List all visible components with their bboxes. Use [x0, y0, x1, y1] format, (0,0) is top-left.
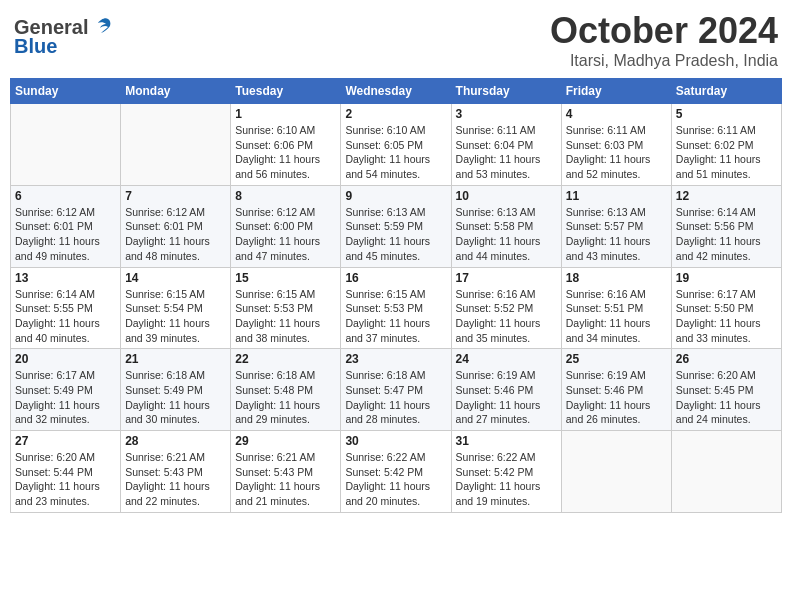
weekday-header-tuesday: Tuesday [231, 79, 341, 104]
daylight-text: Daylight: 11 hours and 35 minutes. [456, 316, 557, 345]
day-info: Sunrise: 6:20 AMSunset: 5:45 PMDaylight:… [676, 368, 777, 427]
sunrise-text: Sunrise: 6:19 AM [566, 368, 667, 383]
day-number: 28 [125, 434, 226, 448]
day-number: 23 [345, 352, 446, 366]
day-number: 15 [235, 271, 336, 285]
weekday-header-row: SundayMondayTuesdayWednesdayThursdayFrid… [11, 79, 782, 104]
calendar-cell: 18Sunrise: 6:16 AMSunset: 5:51 PMDayligh… [561, 267, 671, 349]
day-info: Sunrise: 6:22 AMSunset: 5:42 PMDaylight:… [456, 450, 557, 509]
sunrise-text: Sunrise: 6:13 AM [345, 205, 446, 220]
sunset-text: Sunset: 5:49 PM [15, 383, 116, 398]
day-number: 19 [676, 271, 777, 285]
sunset-text: Sunset: 5:44 PM [15, 465, 116, 480]
sunrise-text: Sunrise: 6:13 AM [456, 205, 557, 220]
sunrise-text: Sunrise: 6:17 AM [15, 368, 116, 383]
calendar-cell: 23Sunrise: 6:18 AMSunset: 5:47 PMDayligh… [341, 349, 451, 431]
calendar-cell: 6Sunrise: 6:12 AMSunset: 6:01 PMDaylight… [11, 185, 121, 267]
sunset-text: Sunset: 5:58 PM [456, 219, 557, 234]
day-number: 21 [125, 352, 226, 366]
day-info: Sunrise: 6:18 AMSunset: 5:47 PMDaylight:… [345, 368, 446, 427]
sunset-text: Sunset: 5:56 PM [676, 219, 777, 234]
sunrise-text: Sunrise: 6:13 AM [566, 205, 667, 220]
sunrise-text: Sunrise: 6:16 AM [456, 287, 557, 302]
calendar-cell: 9Sunrise: 6:13 AMSunset: 5:59 PMDaylight… [341, 185, 451, 267]
daylight-text: Daylight: 11 hours and 54 minutes. [345, 152, 446, 181]
sunset-text: Sunset: 5:43 PM [235, 465, 336, 480]
calendar-cell: 15Sunrise: 6:15 AMSunset: 5:53 PMDayligh… [231, 267, 341, 349]
daylight-text: Daylight: 11 hours and 24 minutes. [676, 398, 777, 427]
calendar-cell: 12Sunrise: 6:14 AMSunset: 5:56 PMDayligh… [671, 185, 781, 267]
daylight-text: Daylight: 11 hours and 29 minutes. [235, 398, 336, 427]
daylight-text: Daylight: 11 hours and 48 minutes. [125, 234, 226, 263]
day-info: Sunrise: 6:12 AMSunset: 6:01 PMDaylight:… [15, 205, 116, 264]
sunrise-text: Sunrise: 6:12 AM [235, 205, 336, 220]
sunrise-text: Sunrise: 6:18 AM [235, 368, 336, 383]
sunset-text: Sunset: 6:05 PM [345, 138, 446, 153]
day-number: 22 [235, 352, 336, 366]
day-number: 10 [456, 189, 557, 203]
weekday-header-sunday: Sunday [11, 79, 121, 104]
day-number: 17 [456, 271, 557, 285]
day-info: Sunrise: 6:16 AMSunset: 5:51 PMDaylight:… [566, 287, 667, 346]
daylight-text: Daylight: 11 hours and 32 minutes. [15, 398, 116, 427]
daylight-text: Daylight: 11 hours and 51 minutes. [676, 152, 777, 181]
sunset-text: Sunset: 5:42 PM [456, 465, 557, 480]
daylight-text: Daylight: 11 hours and 45 minutes. [345, 234, 446, 263]
logo-bird-icon [90, 15, 112, 37]
daylight-text: Daylight: 11 hours and 27 minutes. [456, 398, 557, 427]
calendar-cell [561, 431, 671, 513]
sunset-text: Sunset: 5:51 PM [566, 301, 667, 316]
sunset-text: Sunset: 6:03 PM [566, 138, 667, 153]
daylight-text: Daylight: 11 hours and 33 minutes. [676, 316, 777, 345]
day-info: Sunrise: 6:17 AMSunset: 5:49 PMDaylight:… [15, 368, 116, 427]
sunrise-text: Sunrise: 6:11 AM [676, 123, 777, 138]
sunrise-text: Sunrise: 6:19 AM [456, 368, 557, 383]
sunrise-text: Sunrise: 6:17 AM [676, 287, 777, 302]
daylight-text: Daylight: 11 hours and 42 minutes. [676, 234, 777, 263]
sunrise-text: Sunrise: 6:20 AM [676, 368, 777, 383]
calendar-cell: 4Sunrise: 6:11 AMSunset: 6:03 PMDaylight… [561, 104, 671, 186]
calendar-cell: 22Sunrise: 6:18 AMSunset: 5:48 PMDayligh… [231, 349, 341, 431]
day-number: 24 [456, 352, 557, 366]
day-number: 29 [235, 434, 336, 448]
sunrise-text: Sunrise: 6:15 AM [235, 287, 336, 302]
calendar-week-4: 20Sunrise: 6:17 AMSunset: 5:49 PMDayligh… [11, 349, 782, 431]
sunrise-text: Sunrise: 6:11 AM [566, 123, 667, 138]
daylight-text: Daylight: 11 hours and 53 minutes. [456, 152, 557, 181]
day-info: Sunrise: 6:10 AMSunset: 6:06 PMDaylight:… [235, 123, 336, 182]
day-number: 12 [676, 189, 777, 203]
sunrise-text: Sunrise: 6:18 AM [125, 368, 226, 383]
sunset-text: Sunset: 6:04 PM [456, 138, 557, 153]
calendar-cell: 3Sunrise: 6:11 AMSunset: 6:04 PMDaylight… [451, 104, 561, 186]
day-number: 16 [345, 271, 446, 285]
sunset-text: Sunset: 5:54 PM [125, 301, 226, 316]
day-number: 9 [345, 189, 446, 203]
daylight-text: Daylight: 11 hours and 56 minutes. [235, 152, 336, 181]
calendar-cell: 8Sunrise: 6:12 AMSunset: 6:00 PMDaylight… [231, 185, 341, 267]
daylight-text: Daylight: 11 hours and 23 minutes. [15, 479, 116, 508]
calendar-cell: 21Sunrise: 6:18 AMSunset: 5:49 PMDayligh… [121, 349, 231, 431]
day-info: Sunrise: 6:20 AMSunset: 5:44 PMDaylight:… [15, 450, 116, 509]
sunrise-text: Sunrise: 6:14 AM [15, 287, 116, 302]
sunset-text: Sunset: 5:47 PM [345, 383, 446, 398]
calendar-cell: 29Sunrise: 6:21 AMSunset: 5:43 PMDayligh… [231, 431, 341, 513]
sunset-text: Sunset: 5:57 PM [566, 219, 667, 234]
daylight-text: Daylight: 11 hours and 49 minutes. [15, 234, 116, 263]
calendar-cell: 19Sunrise: 6:17 AMSunset: 5:50 PMDayligh… [671, 267, 781, 349]
day-number: 5 [676, 107, 777, 121]
day-info: Sunrise: 6:13 AMSunset: 5:58 PMDaylight:… [456, 205, 557, 264]
day-number: 25 [566, 352, 667, 366]
sunset-text: Sunset: 5:45 PM [676, 383, 777, 398]
day-number: 13 [15, 271, 116, 285]
sunset-text: Sunset: 5:46 PM [566, 383, 667, 398]
location-title: Itarsi, Madhya Pradesh, India [550, 52, 778, 70]
calendar-cell: 26Sunrise: 6:20 AMSunset: 5:45 PMDayligh… [671, 349, 781, 431]
day-info: Sunrise: 6:16 AMSunset: 5:52 PMDaylight:… [456, 287, 557, 346]
daylight-text: Daylight: 11 hours and 30 minutes. [125, 398, 226, 427]
calendar-cell: 2Sunrise: 6:10 AMSunset: 6:05 PMDaylight… [341, 104, 451, 186]
sunrise-text: Sunrise: 6:21 AM [235, 450, 336, 465]
sunrise-text: Sunrise: 6:22 AM [345, 450, 446, 465]
sunset-text: Sunset: 5:52 PM [456, 301, 557, 316]
day-info: Sunrise: 6:21 AMSunset: 5:43 PMDaylight:… [235, 450, 336, 509]
calendar-cell: 31Sunrise: 6:22 AMSunset: 5:42 PMDayligh… [451, 431, 561, 513]
